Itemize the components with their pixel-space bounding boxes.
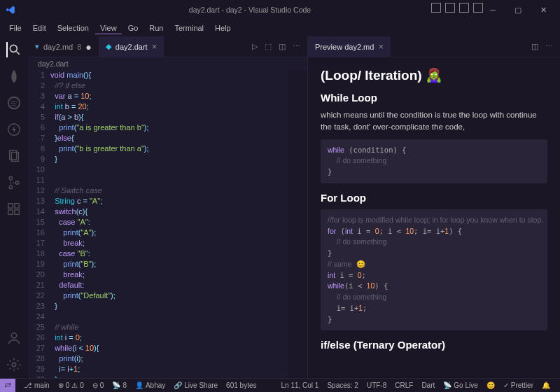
svg-rect-5: [11, 153, 18, 162]
tab-label: day2.md: [43, 43, 73, 51]
tab-badge: 8: [77, 43, 81, 51]
status-branch[interactable]: ⎇ main: [20, 382, 54, 389]
status-bar: ⮂ ⎇ main ⊗0 ⚠0 ⊖0 📡8 👤 Abhay 🔗 Live Shar…: [0, 378, 560, 392]
markdown-preview[interactable]: (Loop/ Iteration) 🧟‍♀️ While Loop which …: [308, 57, 560, 378]
svg-point-13: [11, 333, 16, 338]
menu-run[interactable]: Run: [144, 22, 168, 34]
editor-group-right: Preview day2.md × ◫ ⋯ (Loop/ Iteration) …: [308, 36, 560, 378]
preview-h2-for: For Loop: [321, 192, 547, 204]
status-feedback-icon[interactable]: 😊: [482, 382, 499, 389]
menu-view[interactable]: View: [95, 22, 122, 34]
layout-sidebar-left-icon[interactable]: [431, 3, 441, 13]
search-icon[interactable]: [6, 42, 22, 57]
preview-text: which means until the condition is true …: [321, 109, 547, 134]
tab-label: Preview day2.md: [315, 43, 374, 51]
menu-bar: FileEditSelectionViewGoRunTerminalHelp: [0, 20, 560, 36]
status-lncol[interactable]: Ln 11, Col 1: [277, 382, 323, 389]
more-icon[interactable]: ⋯: [293, 42, 300, 51]
menu-file[interactable]: File: [4, 22, 27, 34]
svg-line-1: [17, 52, 20, 55]
svg-point-0: [10, 45, 17, 52]
title-bar: day2.dart - day2 - Visual Studio Code ─ …: [0, 0, 560, 20]
mongodb-icon[interactable]: [6, 69, 22, 84]
layout-full-icon[interactable]: [473, 3, 483, 13]
window-title: day2.dart - day2 - Visual Studio Code: [18, 6, 482, 14]
layout-controls: [431, 3, 483, 13]
svg-point-8: [15, 181, 19, 185]
svg-point-7: [9, 186, 13, 189]
vscode-logo-icon: [6, 5, 15, 15]
status-bell-icon[interactable]: 🔔: [538, 382, 554, 389]
source-control-icon[interactable]: [6, 175, 22, 190]
status-ports[interactable]: ⊖0: [88, 382, 108, 389]
code-block-while: while (condition) { // do something }: [321, 139, 547, 183]
svg-rect-10: [15, 204, 19, 208]
menu-selection[interactable]: Selection: [52, 22, 94, 34]
editor-group-left: ▾ day2.md 8 ● ◆ day2.dart × ▷ ⬚ ◫ ⋯ day2…: [28, 36, 308, 378]
tab-day2-dart[interactable]: ◆ day2.dart ×: [99, 36, 164, 57]
close-icon[interactable]: ×: [152, 41, 158, 52]
menu-edit[interactable]: Edit: [28, 22, 51, 34]
tab-bar-left: ▾ day2.md 8 ● ◆ day2.dart × ▷ ⬚ ◫ ⋯: [28, 36, 307, 57]
spotify-icon[interactable]: [6, 95, 22, 111]
status-lang[interactable]: Dart: [417, 382, 439, 389]
status-radio[interactable]: 📡8: [108, 382, 131, 389]
svg-point-2: [8, 97, 20, 109]
svg-rect-12: [15, 210, 19, 214]
tab-day2-md[interactable]: ▾ day2.md 8 ●: [28, 36, 99, 57]
dirty-indicator-icon: ●: [85, 41, 91, 52]
menu-terminal[interactable]: Terminal: [170, 22, 209, 34]
preview-h2-while: While Loop: [321, 92, 547, 104]
account-icon[interactable]: [6, 330, 22, 346]
remote-indicator[interactable]: ⮂: [0, 379, 15, 393]
status-golive[interactable]: 📡 Go Live: [439, 382, 482, 389]
svg-rect-4: [10, 150, 17, 160]
svg-point-6: [9, 176, 13, 180]
preview-h2-ifelse: if/else (Ternary Operator): [321, 339, 547, 351]
breadcrumb[interactable]: day2.dart: [28, 57, 307, 70]
menu-help[interactable]: Help: [210, 22, 236, 34]
maximize-button[interactable]: ▢: [507, 2, 529, 18]
thunder-icon[interactable]: [6, 122, 22, 137]
activity-bar: [0, 36, 28, 378]
code-block-for: //for loop is modified while loop; in fo…: [321, 209, 547, 331]
more-icon[interactable]: ⋯: [545, 42, 553, 51]
preview-h1: (Loop/ Iteration) 🧟‍♀️: [321, 67, 547, 83]
files-icon[interactable]: [6, 148, 22, 164]
minimap[interactable]: [288, 70, 307, 378]
close-button[interactable]: ✕: [532, 2, 554, 18]
tab-label: day2.dart: [115, 43, 148, 51]
menu-go[interactable]: Go: [123, 22, 144, 34]
close-icon[interactable]: ×: [378, 41, 384, 52]
status-encoding[interactable]: UTF-8: [363, 382, 391, 389]
status-bytes[interactable]: 601 bytes: [222, 382, 260, 389]
status-eol[interactable]: CRLF: [391, 382, 417, 389]
status-liveshare[interactable]: 🔗 Live Share: [169, 382, 222, 389]
run-icon[interactable]: ▷: [252, 42, 258, 51]
debug-icon[interactable]: ⬚: [265, 42, 272, 51]
extensions-icon[interactable]: [6, 202, 22, 217]
status-user[interactable]: 👤 Abhay: [131, 382, 169, 389]
tab-preview[interactable]: Preview day2.md ×: [308, 36, 391, 57]
layout-panel-icon[interactable]: [445, 3, 455, 13]
settings-gear-icon[interactable]: [6, 357, 22, 372]
split-editor-icon[interactable]: ◫: [531, 42, 538, 51]
svg-rect-9: [8, 204, 13, 208]
status-prettier[interactable]: ✓ Prettier: [499, 382, 538, 389]
status-spaces[interactable]: Spaces: 2: [323, 382, 362, 389]
status-problems[interactable]: ⊗0 ⚠0: [54, 382, 88, 389]
minimize-button[interactable]: ─: [482, 2, 504, 18]
svg-rect-11: [8, 210, 13, 214]
layout-sidebar-right-icon[interactable]: [459, 3, 469, 13]
code-editor[interactable]: 1234567891011121314151617181920212223242…: [28, 70, 307, 378]
svg-point-14: [12, 363, 16, 367]
tab-bar-right: Preview day2.md × ◫ ⋯: [308, 36, 560, 57]
split-editor-icon[interactable]: ◫: [279, 42, 286, 51]
